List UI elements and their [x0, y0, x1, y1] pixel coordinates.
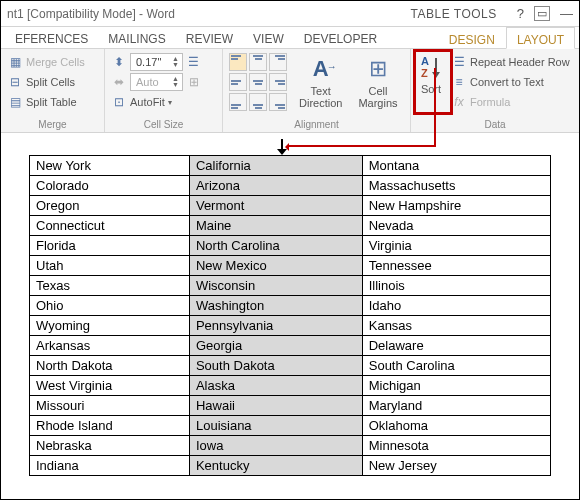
- tab-references[interactable]: EFERENCES: [5, 27, 98, 48]
- table-row[interactable]: NebraskaIowaMinnesota: [30, 436, 551, 456]
- align-middle-right[interactable]: [269, 73, 287, 91]
- table-cell[interactable]: Minnesota: [362, 436, 550, 456]
- table-cell[interactable]: South Dakota: [189, 356, 362, 376]
- merge-cells-button: ▦ Merge Cells: [7, 53, 85, 71]
- table-cell[interactable]: Indiana: [30, 456, 190, 476]
- table-row[interactable]: ColoradoArizonaMassachusetts: [30, 176, 551, 196]
- sort-button[interactable]: A Z Sort: [417, 53, 445, 113]
- table-row[interactable]: North DakotaSouth DakotaSouth Carolina: [30, 356, 551, 376]
- table-cell[interactable]: Hawaii: [189, 396, 362, 416]
- table-cell[interactable]: New Mexico: [189, 256, 362, 276]
- table-cell[interactable]: Louisiana: [189, 416, 362, 436]
- table-cell[interactable]: California: [189, 156, 362, 176]
- convert-to-text-button[interactable]: ≡ Convert to Text: [451, 73, 570, 91]
- table-cell[interactable]: Nebraska: [30, 436, 190, 456]
- states-table[interactable]: New YorkCaliforniaMontanaColoradoArizona…: [29, 155, 551, 476]
- autofit-button[interactable]: ⊡ AutoFit ▾: [111, 93, 202, 111]
- table-row[interactable]: New YorkCaliforniaMontana: [30, 156, 551, 176]
- tab-view[interactable]: VIEW: [243, 27, 294, 48]
- table-cell[interactable]: Maine: [189, 216, 362, 236]
- table-cell[interactable]: Wyoming: [30, 316, 190, 336]
- tab-design[interactable]: DESIGN: [438, 27, 506, 48]
- table-row[interactable]: ArkansasGeorgiaDelaware: [30, 336, 551, 356]
- table-cell[interactable]: Rhode Island: [30, 416, 190, 436]
- table-cell[interactable]: Arizona: [189, 176, 362, 196]
- tab-mailings[interactable]: MAILINGS: [98, 27, 175, 48]
- table-cell[interactable]: Wisconsin: [189, 276, 362, 296]
- table-row[interactable]: UtahNew MexicoTennessee: [30, 256, 551, 276]
- tab-developer[interactable]: DEVELOPER: [294, 27, 387, 48]
- table-row[interactable]: MissouriHawaiiMaryland: [30, 396, 551, 416]
- table-cell[interactable]: Virginia: [362, 236, 550, 256]
- autofit-icon: ⊡: [111, 94, 127, 110]
- align-middle-left[interactable]: [229, 73, 247, 91]
- table-cell[interactable]: Washington: [189, 296, 362, 316]
- table-cell[interactable]: North Dakota: [30, 356, 190, 376]
- table-row[interactable]: Rhode IslandLouisianaOklahoma: [30, 416, 551, 436]
- align-top-center[interactable]: [249, 53, 267, 71]
- tab-review[interactable]: REVIEW: [176, 27, 243, 48]
- cell-margins-button[interactable]: ⊞ CellMargins: [354, 53, 401, 113]
- repeat-header-rows-button[interactable]: ☰ Repeat Header Row: [451, 53, 570, 71]
- table-row[interactable]: FloridaNorth CarolinaVirginia: [30, 236, 551, 256]
- table-cell[interactable]: Oregon: [30, 196, 190, 216]
- row-height-spinner[interactable]: ▲▼: [172, 56, 179, 68]
- table-cell[interactable]: Arkansas: [30, 336, 190, 356]
- table-cell[interactable]: Tennessee: [362, 256, 550, 276]
- table-cell[interactable]: Oklahoma: [362, 416, 550, 436]
- table-cell[interactable]: West Virginia: [30, 376, 190, 396]
- help-icon[interactable]: ?: [517, 6, 524, 21]
- table-row[interactable]: West VirginiaAlaskaMichigan: [30, 376, 551, 396]
- align-bottom-left[interactable]: [229, 93, 247, 111]
- table-cell[interactable]: Florida: [30, 236, 190, 256]
- table-cell[interactable]: Idaho: [362, 296, 550, 316]
- table-row[interactable]: OregonVermontNew Hampshire: [30, 196, 551, 216]
- align-bottom-center[interactable]: [249, 93, 267, 111]
- table-row[interactable]: OhioWashingtonIdaho: [30, 296, 551, 316]
- table-cell[interactable]: Alaska: [189, 376, 362, 396]
- table-cell[interactable]: Iowa: [189, 436, 362, 456]
- table-cell[interactable]: Missouri: [30, 396, 190, 416]
- table-cell[interactable]: Delaware: [362, 336, 550, 356]
- text-direction-button[interactable]: A→ TextDirection: [295, 53, 346, 113]
- table-cell[interactable]: Maryland: [362, 396, 550, 416]
- table-cell[interactable]: Pennsylvania: [189, 316, 362, 336]
- table-cell[interactable]: Massachusetts: [362, 176, 550, 196]
- tab-layout[interactable]: LAYOUT: [506, 27, 575, 49]
- table-cell[interactable]: New Hampshire: [362, 196, 550, 216]
- ribbon-display-options-icon[interactable]: ▭: [534, 6, 550, 21]
- row-height-value[interactable]: [134, 55, 168, 69]
- table-cell[interactable]: Vermont: [189, 196, 362, 216]
- table-cell[interactable]: New Jersey: [362, 456, 550, 476]
- table-row[interactable]: WyomingPennsylvaniaKansas: [30, 316, 551, 336]
- table-row[interactable]: TexasWisconsinIllinois: [30, 276, 551, 296]
- align-top-left[interactable]: [229, 53, 247, 71]
- table-cell[interactable]: Michigan: [362, 376, 550, 396]
- table-cell[interactable]: Colorado: [30, 176, 190, 196]
- table-cell[interactable]: Ohio: [30, 296, 190, 316]
- table-cell[interactable]: New York: [30, 156, 190, 176]
- row-height-input[interactable]: ▲▼: [130, 53, 183, 71]
- table-cell[interactable]: Kansas: [362, 316, 550, 336]
- table-cell[interactable]: Illinois: [362, 276, 550, 296]
- align-bottom-right[interactable]: [269, 93, 287, 111]
- table-cell[interactable]: Montana: [362, 156, 550, 176]
- table-cell[interactable]: Nevada: [362, 216, 550, 236]
- split-cells-label: Split Cells: [26, 76, 75, 88]
- table-cell[interactable]: Utah: [30, 256, 190, 276]
- align-top-right[interactable]: [269, 53, 287, 71]
- split-cells-button[interactable]: ⊟ Split Cells: [7, 73, 85, 91]
- distribute-rows-icon[interactable]: ☰: [186, 54, 202, 70]
- minimize-icon[interactable]: —: [560, 6, 573, 21]
- table-cell[interactable]: North Carolina: [189, 236, 362, 256]
- table-row[interactable]: ConnecticutMaineNevada: [30, 216, 551, 236]
- table-row[interactable]: IndianaKentuckyNew Jersey: [30, 456, 551, 476]
- table-cell[interactable]: South Carolina: [362, 356, 550, 376]
- table-cell[interactable]: Kentucky: [189, 456, 362, 476]
- align-middle-center[interactable]: [249, 73, 267, 91]
- table-cell[interactable]: Connecticut: [30, 216, 190, 236]
- table-cell[interactable]: Texas: [30, 276, 190, 296]
- split-table-button[interactable]: ▤ Split Table: [7, 93, 85, 111]
- table-cell[interactable]: Georgia: [189, 336, 362, 356]
- text-direction-label: TextDirection: [299, 85, 342, 109]
